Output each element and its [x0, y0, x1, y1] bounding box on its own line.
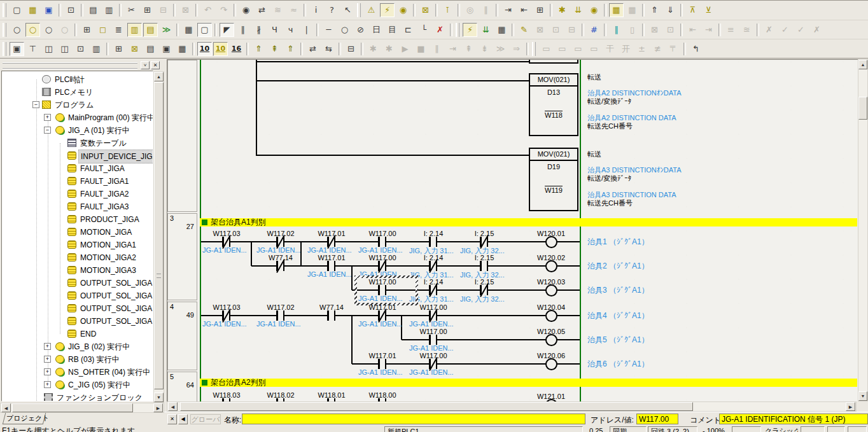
toolbar-grip[interactable] [3, 3, 6, 17]
contact-address[interactable]: I: 2.14 [404, 230, 463, 237]
tree-item-label[interactable]: MOTION_JIGA2 [78, 251, 138, 264]
toolbar-button-icon[interactable]: 〒 [666, 42, 681, 56]
output-coil[interactable] [545, 236, 557, 248]
toolbar-button-icon[interactable]: 日 [369, 23, 384, 37]
toolbar-button-icon[interactable]: ▣ [10, 42, 24, 56]
output-coil[interactable] [545, 284, 557, 296]
output-coil[interactable] [545, 358, 557, 370]
tree-item-motion-jiga1[interactable]: MOTION_JIGA1 [2, 239, 153, 251]
toolbar-button-icon[interactable]: ⊡ [549, 23, 563, 37]
toolbar-button-icon[interactable]: ▭ [571, 42, 585, 56]
toolbar-button-icon[interactable]: ± [634, 42, 649, 56]
output-coil[interactable] [545, 334, 557, 346]
tree-item-label[interactable]: OUTPUT_SOL_JIGA [78, 277, 153, 289]
contact-address[interactable]: I: 2.15 [455, 230, 514, 237]
ladder-vscroll-thumb[interactable] [858, 97, 867, 120]
nc-contact[interactable] [327, 237, 335, 247]
tree-item-label[interactable]: MOTION_JIGA3 [78, 264, 138, 277]
toolbar-button-icon[interactable]: ⊘ [353, 23, 368, 37]
contact-address[interactable]: W117.02 [251, 303, 310, 311]
scroll-right-icon[interactable]: ▶ [846, 402, 855, 411]
tree-item-fault-jiga1[interactable]: FAULT_JIGA1 [2, 175, 153, 188]
scroll-up-icon[interactable]: ▲ [154, 72, 164, 81]
toolbar-button-icon[interactable]: 开 [619, 42, 633, 56]
contact-address[interactable]: W77.14 [251, 254, 310, 261]
toolbar-button-icon[interactable]: ○ [10, 23, 24, 37]
toolbar-button-icon[interactable]: ⊟ [156, 3, 171, 17]
toolbar-button-icon[interactable]: ⇥ [501, 3, 515, 17]
toolbar-button-icon[interactable]: ⊠ [418, 3, 433, 17]
nc-contact[interactable] [378, 310, 386, 321]
contact-address[interactable]: W117.00 [404, 303, 463, 311]
toolbar-button-icon[interactable]: ⇆ [321, 42, 336, 56]
toolbar-button-icon[interactable]: ‖ [430, 42, 444, 56]
toolbar-button-icon[interactable]: ─ [321, 23, 336, 37]
close-icon[interactable]: ✕ [151, 61, 160, 69]
toolbar-button-icon[interactable]: ⇄ [255, 3, 269, 17]
toolbar-button-icon[interactable]: ⇞ [267, 42, 282, 56]
nc-contact[interactable] [480, 285, 488, 295]
tree-item-label[interactable]: JIG_A (01) 実行中 [66, 124, 132, 137]
expand-plus-icon[interactable]: + [44, 356, 51, 363]
tree-item-label[interactable]: OUTPUT_SOL_JIGA [78, 315, 153, 328]
tree-scroll-thumb[interactable] [154, 82, 164, 389]
contact-address[interactable]: W118.01 [302, 391, 361, 399]
tree-item-product-jiga[interactable]: PRODUCT_JIGA [2, 213, 153, 226]
output-coil[interactable] [545, 310, 557, 322]
tree-item-label[interactable]: OUTPUT_SOL_JIGA [78, 289, 153, 302]
toolbar-button-icon[interactable]: ✗ [762, 23, 776, 37]
ladder-horizontal-scrollbar[interactable]: ◀ ▶ [167, 401, 857, 412]
toolbar-button-icon[interactable]: ? [325, 3, 339, 17]
toolbar-button-icon[interactable]: ✱ [382, 42, 396, 56]
workspace-titlebar[interactable]: ˅ ✕ [1, 60, 163, 71]
rung-margin-cell[interactable] [167, 60, 197, 212]
no-contact[interactable] [327, 261, 335, 271]
tree-item-label[interactable]: PLC時計 [53, 73, 87, 86]
toolbar-button-icon[interactable]: ⊺ [440, 3, 455, 17]
coil-address[interactable]: W120.02 [522, 254, 580, 261]
toolbar-button-icon[interactable]: ◉ [396, 3, 410, 17]
collapse-minus-icon[interactable]: − [32, 101, 39, 108]
toolbar-button-icon[interactable]: ≊ [739, 23, 754, 37]
instruction-operand-source[interactable]: D13 [530, 88, 577, 96]
toolbar-button-icon[interactable]: ⇑ [647, 3, 662, 17]
toolbar-button-icon[interactable]: 目 [385, 23, 400, 37]
tree-item-label[interactable]: PLCメモリ [53, 86, 95, 99]
tree-item-label[interactable]: プログラム [53, 99, 95, 111]
ladder-hscroll-thumb[interactable] [180, 402, 693, 411]
toolbar-button-icon[interactable]: ◫ [41, 42, 56, 56]
contact-address[interactable]: I: 2.15 [455, 278, 514, 286]
tree-item-label[interactable]: RB (03) 実行中 [66, 353, 122, 366]
scroll-down-icon[interactable]: ▼ [858, 391, 867, 401]
toolbar-button-icon[interactable]: ≡ [724, 23, 738, 37]
toolbar-button-icon[interactable]: ⊞ [111, 42, 126, 56]
tree-item-motion-jiga3[interactable]: MOTION_JIGA3 [2, 264, 153, 277]
toolbar-button-icon[interactable]: ⇞ [461, 42, 476, 56]
coil-address[interactable]: W121.01 [522, 393, 580, 400]
coil-address[interactable]: W120.01 [522, 230, 580, 237]
instruction-operand-dest[interactable]: W118 [530, 111, 577, 119]
tree-item-motion-jiga2[interactable]: MOTION_JIGA2 [2, 251, 153, 264]
tree-item-label[interactable]: FAULT_JIGA2 [78, 188, 130, 200]
toolbar-button-icon[interactable]: ▦ [494, 23, 509, 37]
toolbar-button-icon[interactable]: ↶ [200, 3, 215, 17]
expand-plus-icon[interactable]: + [44, 343, 51, 350]
tree-item-label[interactable]: NS_OHTER (04) 実行中 [66, 366, 152, 379]
expand-plus-icon[interactable]: + [44, 114, 51, 121]
toolbar-button-icon[interactable]: ▢ [197, 23, 212, 37]
toolbar-button-icon[interactable]: ↖ [340, 3, 355, 17]
toolbar-button-icon[interactable]: ✓ [778, 23, 792, 37]
toolbar-button-icon[interactable]: ⊠ [178, 3, 193, 17]
tree-item-label[interactable]: MOTION_JIGA1 [78, 239, 138, 251]
tree-item-output-sol-jiga[interactable]: OUTPUT_SOL_JIGA [2, 277, 153, 289]
coil-address[interactable]: W120.04 [522, 303, 580, 311]
toolbar-button-icon[interactable]: ■ [414, 42, 428, 56]
rung-comment-bar[interactable]: 架台治具A1判別 [200, 218, 857, 226]
contact-address[interactable]: I: 2.15 [455, 254, 514, 261]
toolbar-button-icon[interactable]: 10 [213, 42, 228, 56]
rung-margin-cell[interactable]: 327 [167, 213, 197, 300]
tree-item--[interactable]: ファンクションブロック [2, 391, 153, 401]
toolbar-button-icon[interactable]: ⇥ [445, 42, 460, 56]
nc-contact[interactable] [276, 237, 284, 247]
toolbar-button-icon[interactable]: ч [283, 23, 298, 37]
